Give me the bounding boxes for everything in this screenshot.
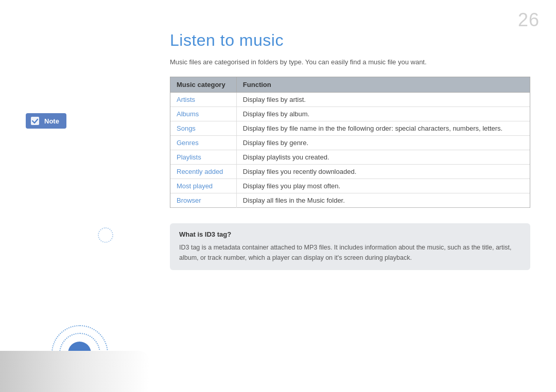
function-cell: Display files by file name in the the fo…	[236, 121, 530, 135]
category-link[interactable]: Songs	[177, 124, 196, 132]
music-table: Music category Function ArtistsDisplay f…	[170, 77, 530, 208]
category-cell: Genres	[170, 135, 237, 150]
note-box: Note	[26, 113, 66, 129]
function-cell: Display files you play most often.	[236, 179, 530, 193]
category-link[interactable]: Browser	[177, 197, 201, 204]
function-cell: Display playlists you created.	[236, 150, 530, 164]
function-cell: Display files you recently downloaded.	[236, 164, 530, 179]
table-row: Recently addedDisplay files you recently…	[170, 164, 530, 179]
table-row: GenresDisplay files by genre.	[170, 135, 530, 150]
note-icon	[30, 116, 40, 126]
table-row: PlaylistsDisplay playlists you created.	[170, 150, 530, 164]
table-row: BrowserDisplay all files in the Music fo…	[170, 193, 530, 207]
category-link[interactable]: Genres	[177, 139, 199, 147]
category-cell: Artists	[170, 92, 237, 106]
page-title: Listen to music	[170, 31, 530, 50]
id3-title: What is ID3 tag?	[179, 230, 521, 238]
category-link[interactable]: Recently added	[177, 168, 223, 175]
category-link[interactable]: Playlists	[177, 153, 201, 161]
id3-body: ID3 tag is a metadata container attached…	[179, 242, 521, 263]
function-cell: Display files by genre.	[236, 135, 530, 150]
intro-text: Music files are categorised in folders b…	[170, 57, 530, 67]
table-row: Most playedDisplay files you play most o…	[170, 179, 530, 193]
category-link[interactable]: Albums	[177, 110, 199, 118]
category-link[interactable]: Most played	[177, 182, 213, 190]
function-cell: Display files by artist.	[236, 92, 530, 106]
page-number: 26	[518, 9, 540, 31]
main-content: Listen to music Music files are categori…	[170, 31, 530, 371]
table-row: AlbumsDisplay files by album.	[170, 106, 530, 121]
category-cell: Playlists	[170, 150, 237, 164]
category-cell: Songs	[170, 121, 237, 135]
function-cell: Display all files in the Music folder.	[236, 193, 530, 207]
col1-header: Music category	[170, 77, 237, 92]
note-label: Note	[44, 117, 59, 125]
col2-header: Function	[236, 77, 530, 92]
category-cell: Most played	[170, 179, 237, 193]
category-link[interactable]: Artists	[177, 96, 195, 103]
function-cell: Display files by album.	[236, 106, 530, 121]
category-cell: Recently added	[170, 164, 237, 179]
table-row: ArtistsDisplay files by artist.	[170, 92, 530, 106]
bottom-gradient	[0, 351, 149, 392]
category-cell: Browser	[170, 193, 237, 207]
circle-small-dot	[98, 227, 113, 243]
category-cell: Albums	[170, 106, 237, 121]
table-row: SongsDisplay files by file name in the t…	[170, 121, 530, 135]
id3-box: What is ID3 tag? ID3 tag is a metadata c…	[170, 223, 530, 270]
